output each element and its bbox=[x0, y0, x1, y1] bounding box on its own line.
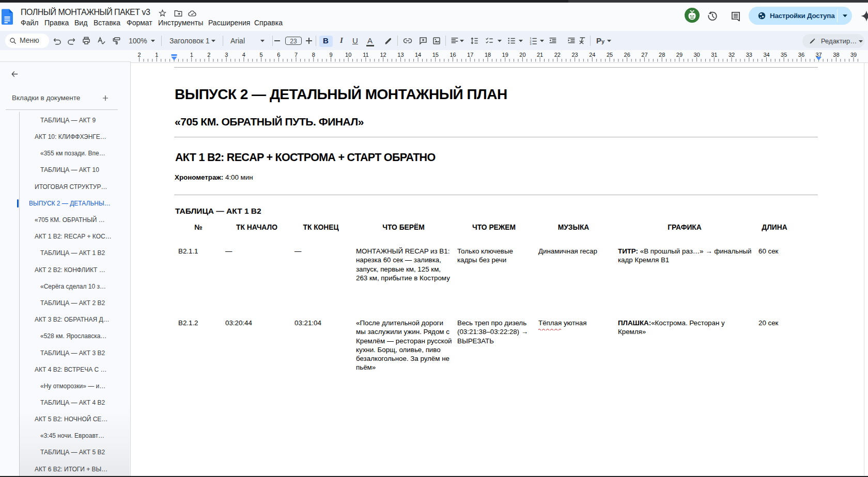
svg-text:34: 34 bbox=[763, 52, 769, 58]
svg-text:1: 1 bbox=[190, 52, 193, 58]
svg-text:6: 6 bbox=[277, 52, 280, 58]
svg-text:25: 25 bbox=[607, 52, 613, 58]
svg-text:19: 19 bbox=[502, 52, 508, 58]
svg-text:29: 29 bbox=[676, 52, 683, 58]
svg-text:21: 21 bbox=[537, 52, 543, 58]
svg-text:28: 28 bbox=[659, 52, 665, 58]
svg-text:39: 39 bbox=[850, 52, 857, 58]
svg-text:36: 36 bbox=[798, 52, 804, 58]
svg-text:27: 27 bbox=[641, 52, 647, 58]
svg-text:11: 11 bbox=[363, 52, 368, 58]
svg-text:15: 15 bbox=[432, 52, 439, 58]
svg-text:14: 14 bbox=[415, 52, 421, 58]
svg-text:17: 17 bbox=[467, 52, 473, 58]
svg-text:20: 20 bbox=[519, 52, 525, 58]
svg-text:30: 30 bbox=[693, 52, 700, 58]
svg-text:38: 38 bbox=[833, 52, 839, 58]
svg-text:32: 32 bbox=[729, 52, 735, 58]
svg-text:26: 26 bbox=[624, 52, 630, 58]
svg-text:13: 13 bbox=[397, 52, 404, 58]
svg-text:2: 2 bbox=[207, 52, 210, 58]
svg-text:23: 23 bbox=[571, 52, 578, 58]
svg-text:9: 9 bbox=[329, 52, 332, 58]
svg-text:10: 10 bbox=[345, 52, 351, 58]
svg-text:18: 18 bbox=[485, 52, 491, 58]
svg-text:24: 24 bbox=[589, 52, 595, 58]
svg-text:16: 16 bbox=[450, 52, 456, 58]
svg-text:5: 5 bbox=[260, 52, 263, 58]
svg-text:31: 31 bbox=[711, 52, 717, 58]
svg-text:3: 3 bbox=[530, 42, 532, 45]
svg-text:2: 2 bbox=[138, 52, 141, 58]
svg-text:33: 33 bbox=[746, 52, 752, 58]
svg-text:35: 35 bbox=[781, 52, 787, 58]
svg-text:12: 12 bbox=[380, 52, 386, 58]
svg-text:22: 22 bbox=[554, 52, 561, 58]
svg-text:4: 4 bbox=[242, 52, 245, 58]
svg-text:1: 1 bbox=[155, 52, 158, 58]
svg-text:3: 3 bbox=[225, 52, 228, 58]
svg-text:8: 8 bbox=[312, 52, 315, 58]
svg-text:7: 7 bbox=[295, 52, 298, 58]
